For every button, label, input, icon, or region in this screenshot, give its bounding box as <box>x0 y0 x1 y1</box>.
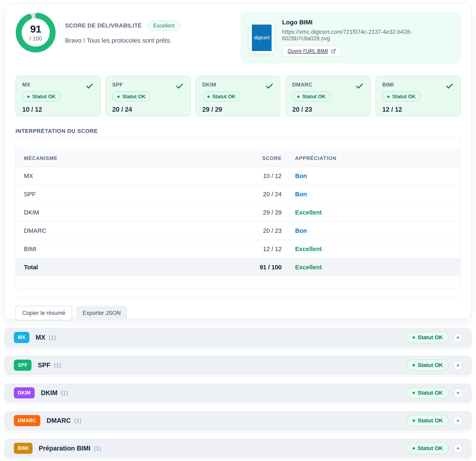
status-card-score: 20 / 24 <box>112 106 184 113</box>
status-badge: Statut OK <box>202 92 241 102</box>
protocol-badge: BIMI <box>14 443 33 454</box>
status-card-label: DKIM <box>202 82 274 88</box>
table-row: SPF 20 / 24 Bon <box>16 185 460 204</box>
accordion-count: (1) <box>61 390 68 396</box>
table-total-row: Total 91 / 100 Excellent <box>16 258 460 276</box>
cell-score: 29 / 29 <box>227 204 282 222</box>
accordion-count: (1) <box>74 417 81 424</box>
protocol-badge: DMARC <box>14 415 40 426</box>
status-card-mx: MX Statut OK 10 / 12 <box>16 76 101 116</box>
grade-badge: Excellent <box>147 21 180 31</box>
status-badge-label: Statut OK <box>122 94 146 100</box>
expand-button[interactable]: + <box>453 361 463 370</box>
accordion-title: DKIM <box>41 389 58 397</box>
expand-button[interactable]: + <box>453 444 463 453</box>
expand-button[interactable]: + <box>453 333 463 342</box>
status-badge: Statut OK <box>407 359 449 371</box>
open-bimi-url-button[interactable]: Ouvrir l'URL BIMI <box>282 46 341 57</box>
table-header-row: MÉCANISME SCORE APPRÉCIATION <box>16 150 460 167</box>
table-row: DKIM 29 / 29 Excellent <box>16 204 460 222</box>
accordion-row-mx[interactable]: MX MX (1) Statut OK + <box>5 328 471 347</box>
bimi-info: Logo BIMI https://vmc.digicert.com/721f0… <box>282 19 452 57</box>
plus-icon: + <box>456 445 460 451</box>
cell-score: 20 / 23 <box>227 222 282 240</box>
check-icon <box>265 82 274 91</box>
status-card-label: SPF <box>112 82 184 88</box>
bimi-card-title: Logo BIMI <box>282 19 452 26</box>
status-dot-icon <box>413 392 415 394</box>
accordion-count: (1) <box>94 445 101 452</box>
plus-icon: + <box>456 390 460 396</box>
bimi-url: https://vmc.digicert.com/721f074c-2137-4… <box>282 29 452 42</box>
score-gauge: 91 / 100 <box>16 12 56 53</box>
score-text-block: SCORE DE DÉLIVRABILITÉ Excellent Bravo !… <box>65 21 180 44</box>
table-row: DMARC 20 / 23 Bon <box>16 222 460 240</box>
check-icon <box>85 82 94 91</box>
status-badge: Statut OK <box>407 387 449 399</box>
check-icon <box>355 82 364 91</box>
expand-button[interactable]: + <box>453 416 463 425</box>
status-card-spf: SPF Statut OK 20 / 24 <box>106 76 191 116</box>
check-icon <box>175 82 184 91</box>
accordion-row-dkim[interactable]: DKIM DKIM (1) Statut OK + <box>5 384 471 402</box>
export-json-button[interactable]: Exporter JSON <box>76 306 128 320</box>
table-row: MX 10 / 12 Bon <box>16 167 460 185</box>
status-badge-label: Statut OK <box>418 417 443 424</box>
accordion-row-bimi[interactable]: BIMI Préparation BIMI (1) Statut OK + <box>5 439 471 458</box>
deliverability-dashboard: 91 / 100 SCORE DE DÉLIVRABILITÉ Excellen… <box>0 0 476 461</box>
bimi-logo-tile: digicert <box>249 22 274 53</box>
column-header-score: SCORE <box>227 150 282 167</box>
cell-total-label: Total <box>16 258 227 276</box>
accordion-title: Préparation BIMI <box>39 445 90 452</box>
status-dot-icon <box>413 364 415 366</box>
status-dot-icon <box>297 95 299 98</box>
actions-bar: Copier le résumé Exporter JSON <box>16 306 460 320</box>
plus-icon: + <box>456 335 460 341</box>
protocol-accordion-list: MX MX (1) Statut OK + SPF SPF (1) Statut… <box>5 328 471 461</box>
cell-score: 20 / 24 <box>227 185 282 204</box>
cell-appreciation: Excellent <box>295 209 322 216</box>
cell-mechanism: MX <box>16 167 227 185</box>
status-badge: Statut OK <box>382 92 421 102</box>
status-badge-label: Statut OK <box>392 94 416 100</box>
status-badge-label: Statut OK <box>32 94 56 100</box>
status-badge-label: Statut OK <box>418 334 443 341</box>
status-card-score: 29 / 29 <box>202 106 274 113</box>
protocol-badge: MX <box>14 332 29 343</box>
protocol-badge: DKIM <box>14 387 35 398</box>
status-badge: Statut OK <box>407 332 449 343</box>
accordion-count: (1) <box>54 362 61 369</box>
status-dot-icon <box>207 95 210 98</box>
cell-appreciation: Bon <box>295 191 307 197</box>
cell-total-appreciation: Excellent <box>295 264 322 271</box>
footer-divider <box>16 297 460 297</box>
digicert-logo-text: digicert <box>254 35 270 41</box>
accordion-row-dmarc[interactable]: DMARC DMARC (1) Statut OK + <box>5 411 471 430</box>
score-summary-card: 91 / 100 SCORE DE DÉLIVRABILITÉ Excellen… <box>5 3 471 319</box>
status-badge: Statut OK <box>22 92 61 102</box>
interpretation-section-title: INTERPRÉTATION DU SCORE <box>16 128 460 134</box>
expand-button[interactable]: + <box>453 388 463 398</box>
external-link-icon <box>331 49 336 54</box>
status-dot-icon <box>117 95 120 98</box>
interpretation-table-card: MÉCANISME SCORE APPRÉCIATION MX 10 / 12 … <box>16 137 460 289</box>
accordion-row-spf[interactable]: SPF SPF (1) Statut OK + <box>5 356 471 375</box>
status-badge-label: Statut OK <box>418 362 443 368</box>
cell-mechanism: DKIM <box>16 204 227 222</box>
status-card-bimi: BIMI Statut OK 12 / 12 <box>375 76 460 116</box>
digicert-logo: digicert <box>252 25 272 51</box>
score-title: SCORE DE DÉLIVRABILITÉ <box>65 22 142 29</box>
protocol-badge: SPF <box>14 360 32 371</box>
status-card-label: DMARC <box>292 82 364 88</box>
copy-summary-button[interactable]: Copier le résumé <box>16 306 72 320</box>
status-card-dmarc: DMARC Statut OK 20 / 23 <box>285 76 370 116</box>
column-header-mechanism: MÉCANISME <box>16 150 227 167</box>
cell-appreciation: Excellent <box>295 246 322 252</box>
status-card-label: BIMI <box>382 82 454 88</box>
status-badge: Statut OK <box>407 443 449 454</box>
cell-score: 12 / 12 <box>227 240 282 258</box>
status-badge-label: Statut OK <box>302 94 325 100</box>
status-dot-icon <box>27 95 30 98</box>
status-badge-label: Statut OK <box>418 445 443 452</box>
status-dot-icon <box>413 419 415 422</box>
